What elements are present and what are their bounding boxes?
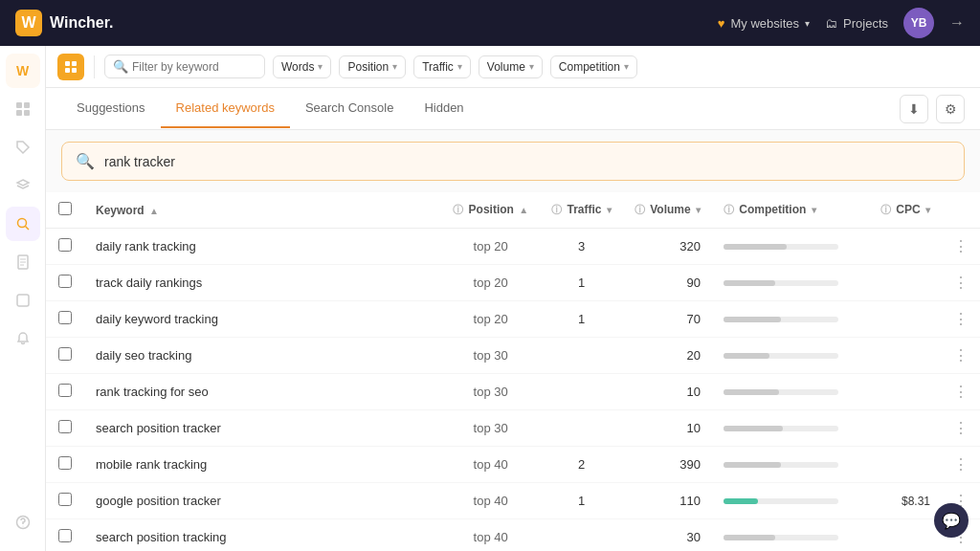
competition-bar — [724, 426, 783, 431]
row-checkbox[interactable] — [58, 456, 72, 470]
cpc-cell — [865, 265, 942, 301]
avatar[interactable]: YB — [903, 8, 934, 38]
tabs-actions: ⬇ ⚙ — [900, 95, 965, 123]
keywords-table: Keyword ▲ ⓘ Position ▲ ⓘ Traffic ▾ — [46, 192, 980, 551]
volume-dropdown[interactable]: Volume ▾ — [479, 55, 543, 78]
keyword-header[interactable]: Keyword ▲ — [84, 192, 441, 229]
tab-hidden[interactable]: Hidden — [409, 89, 479, 128]
select-all-checkbox[interactable] — [58, 202, 72, 215]
tab-related-keywords[interactable]: Related keywords — [161, 89, 290, 128]
svg-rect-13 — [65, 61, 70, 66]
cpc-cell — [865, 410, 942, 447]
position-dropdown[interactable]: Position ▾ — [339, 55, 406, 78]
competition-dropdown[interactable]: Competition ▾ — [550, 55, 637, 78]
keyword-search-box[interactable]: 🔍 — [61, 142, 965, 181]
sidebar-icon-page[interactable] — [6, 283, 40, 318]
table-row: track daily rankings top 20 1 90 ⋮ — [46, 265, 980, 301]
sidebar-icon-wincher[interactable]: W — [6, 54, 40, 88]
row-action-cell[interactable]: ⋮ — [942, 301, 980, 338]
app-name: Wincher. — [50, 14, 114, 32]
sidebar-icon-layers[interactable] — [6, 168, 40, 203]
traffic-dropdown[interactable]: Traffic ▾ — [413, 55, 471, 78]
competition-header[interactable]: ⓘ Competition ▾ — [712, 192, 865, 229]
volume-cell: 70 — [623, 301, 712, 338]
tab-suggestions[interactable]: Suggestions — [61, 89, 161, 128]
more-options-icon[interactable]: ⋮ — [953, 275, 969, 291]
sidebar-icon-help[interactable] — [6, 505, 40, 540]
words-dropdown[interactable]: Words ▾ — [273, 55, 331, 78]
row-checkbox[interactable] — [58, 384, 72, 397]
row-checkbox-cell[interactable] — [46, 447, 84, 483]
row-checkbox[interactable] — [58, 347, 72, 361]
volume-cell: 10 — [623, 410, 712, 447]
row-checkbox-cell[interactable] — [46, 374, 84, 410]
app-logo: W — [15, 10, 42, 36]
row-checkbox-cell[interactable] — [46, 301, 84, 338]
row-checkbox-cell[interactable] — [46, 338, 84, 374]
info-icon: ⓘ — [724, 204, 734, 215]
row-checkbox[interactable] — [58, 420, 72, 433]
cpc-header[interactable]: ⓘ CPC ▾ — [865, 192, 942, 229]
traffic-cell: 2 — [540, 447, 623, 483]
logout-icon[interactable]: → — [949, 14, 965, 32]
more-options-icon[interactable]: ⋮ — [953, 384, 969, 400]
row-checkbox[interactable] — [58, 529, 72, 542]
row-checkbox-cell[interactable] — [46, 483, 84, 519]
row-checkbox[interactable] — [58, 493, 72, 506]
more-options-icon[interactable]: ⋮ — [953, 238, 969, 254]
filter-keyword-input[interactable] — [132, 60, 256, 74]
svg-rect-3 — [24, 110, 30, 116]
settings-button[interactable]: ⚙ — [936, 95, 965, 123]
tab-search-console[interactable]: Search Console — [290, 89, 410, 128]
select-all-header[interactable] — [46, 192, 84, 229]
row-action-cell[interactable]: ⋮ — [942, 265, 980, 301]
row-checkbox-cell[interactable] — [46, 410, 84, 447]
sort-icon: ▲ — [519, 205, 528, 215]
row-checkbox[interactable] — [58, 238, 72, 252]
more-options-icon[interactable]: ⋮ — [953, 347, 969, 364]
keyword-cell: google position tracker — [84, 483, 441, 519]
more-options-icon[interactable]: ⋮ — [953, 311, 969, 327]
table-row: daily seo tracking top 30 20 ⋮ — [46, 338, 980, 374]
cpc-cell — [865, 447, 942, 483]
sidebar-icon-document[interactable] — [6, 245, 40, 279]
keyword-search-input[interactable] — [104, 154, 950, 169]
my-websites-button[interactable]: ♥ My websites ▾ — [718, 16, 810, 31]
row-checkbox[interactable] — [58, 311, 72, 324]
traffic-cell — [540, 338, 623, 374]
row-action-cell[interactable]: ⋮ — [942, 229, 980, 265]
competition-bar-bg — [724, 317, 838, 322]
chat-button[interactable]: 💬 — [934, 503, 969, 538]
filter-bar: 🔍 Words ▾ Position ▾ Traffic ▾ Volume ▾ … — [46, 46, 980, 88]
sidebar-bottom — [6, 505, 40, 551]
sidebar-icon-tag[interactable] — [6, 130, 40, 165]
more-options-icon[interactable]: ⋮ — [953, 456, 969, 473]
row-checkbox[interactable] — [58, 275, 72, 288]
row-action-cell[interactable]: ⋮ — [942, 447, 980, 483]
row-checkbox-cell[interactable] — [46, 265, 84, 301]
row-action-cell[interactable]: ⋮ — [942, 374, 980, 410]
row-action-cell[interactable]: ⋮ — [942, 410, 980, 447]
competition-bar-bg — [724, 462, 838, 468]
row-action-cell[interactable]: ⋮ — [942, 338, 980, 374]
competition-bar — [724, 280, 775, 286]
competition-cell — [712, 374, 865, 410]
traffic-header[interactable]: ⓘ Traffic ▾ — [540, 192, 623, 229]
chevron-down-icon: ▾ — [318, 61, 323, 72]
sidebar-icon-search[interactable] — [6, 207, 40, 241]
export-button[interactable]: ⬇ — [900, 95, 928, 123]
projects-button[interactable]: 🗂 Projects — [825, 16, 888, 31]
filter-search-box[interactable]: 🔍 — [104, 55, 265, 78]
more-options-icon[interactable]: ⋮ — [953, 420, 969, 436]
action-header — [942, 192, 980, 229]
sidebar-icon-grid[interactable] — [6, 92, 40, 126]
keyword-cell: search position tracking — [84, 519, 441, 552]
row-checkbox-cell[interactable] — [46, 519, 84, 552]
filter-bar-grid-icon[interactable] — [57, 54, 84, 80]
volume-header[interactable]: ⓘ Volume ▾ — [623, 192, 712, 229]
row-checkbox-cell[interactable] — [46, 229, 84, 265]
position-header[interactable]: ⓘ Position ▲ — [441, 192, 540, 229]
keyword-cell: daily rank tracking — [84, 229, 441, 265]
sidebar-icon-bell[interactable] — [6, 321, 40, 356]
keyword-cell: track daily rankings — [84, 265, 441, 301]
